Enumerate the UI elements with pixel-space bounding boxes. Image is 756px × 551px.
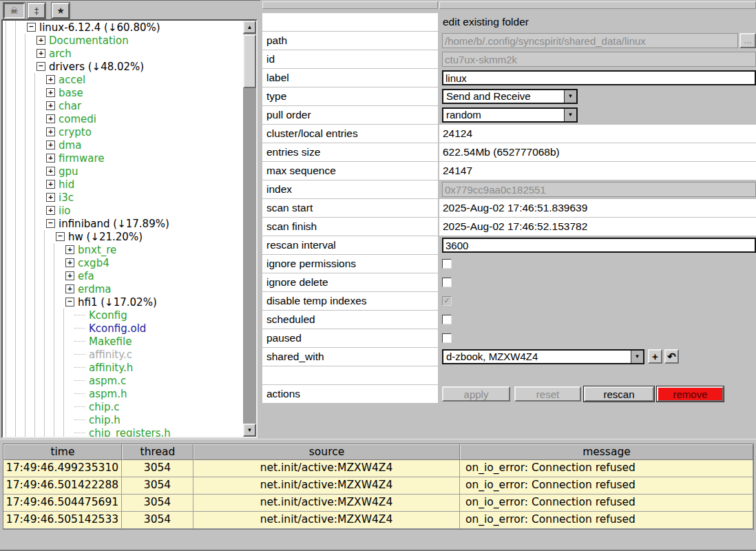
- expand-icon[interactable]: +: [65, 258, 74, 267]
- rescan-button[interactable]: rescan: [584, 386, 654, 402]
- tree-item[interactable]: −drivers (↓48.02%): [6, 60, 242, 73]
- tree-item[interactable]: −hw (↓21.20%): [6, 230, 242, 243]
- scan-finish-value: 2025-Aug-02 17:46:52.153782: [439, 218, 756, 236]
- folder-tree-panel: −linux-6.12.4 (↓60.80%) +Documentation +…: [1, 19, 258, 438]
- tree-item[interactable]: affinity.c: [6, 348, 242, 361]
- collapse-icon[interactable]: −: [56, 232, 65, 241]
- tree-item[interactable]: +Documentation: [6, 34, 242, 47]
- tree-item[interactable]: +cxgb4: [6, 256, 242, 269]
- tree-item[interactable]: +dma: [6, 138, 242, 152]
- collapse-icon[interactable]: −: [46, 219, 55, 228]
- scheduled-checkbox[interactable]: [442, 315, 452, 324]
- tree-item[interactable]: −infiniband (↓17.89%): [6, 217, 242, 230]
- paused-checkbox[interactable]: [442, 333, 452, 343]
- tree-item[interactable]: Makefile: [6, 335, 242, 348]
- tree-item[interactable]: chip.h: [6, 413, 242, 426]
- scrollbar-up-icon[interactable]: ▲: [243, 21, 256, 34]
- double-dagger-icon[interactable]: ‡: [28, 3, 45, 19]
- field-label-paused: paused: [262, 329, 438, 347]
- tree-item[interactable]: Kconfig: [6, 309, 242, 322]
- expand-icon[interactable]: +: [65, 271, 74, 280]
- tree-item-label: linux-6.12.4 (↓60.80%): [39, 21, 160, 34]
- expand-icon[interactable]: +: [46, 167, 55, 176]
- tree-indent-guides: [6, 34, 34, 47]
- expand-icon[interactable]: +: [46, 193, 55, 202]
- expand-icon[interactable]: +: [36, 36, 45, 45]
- rescan-interval-input[interactable]: [442, 238, 756, 253]
- tree-item[interactable]: +firmware: [6, 152, 242, 165]
- tree-indent-guides: [6, 73, 44, 86]
- expand-icon[interactable]: +: [46, 101, 55, 110]
- remove-button[interactable]: remove: [657, 386, 724, 402]
- expand-icon[interactable]: +: [65, 284, 74, 293]
- tree-item[interactable]: chip_registers.h: [6, 426, 242, 437]
- expand-icon[interactable]: +: [46, 180, 55, 189]
- type-select[interactable]: Send and Receive ▼: [442, 89, 578, 104]
- log-row[interactable]: 17:49:46.499235310 3054 net.init/active:…: [3, 460, 753, 477]
- undo-icon[interactable]: ↶: [664, 349, 679, 364]
- tree-item[interactable]: +crypto: [6, 125, 242, 138]
- field-label-path: path: [262, 32, 438, 50]
- pull-order-select[interactable]: random ▼: [442, 107, 578, 123]
- tree-item[interactable]: Kconfig.old: [6, 322, 242, 335]
- tree-leaf-connector: [74, 406, 85, 407]
- tree-item[interactable]: +char: [6, 99, 242, 112]
- tree-item[interactable]: +bnxt_re: [6, 243, 242, 256]
- expand-icon[interactable]: +: [46, 114, 55, 123]
- tree-item-label: Kconfig: [89, 309, 127, 322]
- tree-scrollbar[interactable]: ▲ ▼: [243, 21, 256, 437]
- tree-item[interactable]: +iio: [6, 204, 242, 217]
- expand-icon[interactable]: +: [65, 245, 74, 254]
- log-row[interactable]: 17:49:46.505142533 3054 net.init/active:…: [3, 512, 753, 529]
- tree-item[interactable]: aspm.c: [6, 374, 242, 387]
- expand-icon[interactable]: +: [36, 49, 45, 58]
- star-icon[interactable]: ★: [52, 3, 70, 19]
- field-label-pull-order: pull order: [262, 106, 438, 124]
- expand-icon[interactable]: +: [46, 141, 55, 149]
- tree-indent-guides: [6, 322, 73, 335]
- scrollbar-thumb[interactable]: [243, 34, 256, 88]
- log-cell-time: 17:49:46.501422288: [3, 477, 122, 495]
- tree-item-label: Kconfig.old: [89, 322, 146, 335]
- tree-item[interactable]: chip.c: [6, 400, 242, 413]
- form-row-scan-finish: scan finish 2025-Aug-02 17:46:52.153782: [262, 218, 756, 236]
- log-col-thread: thread: [122, 444, 193, 460]
- log-table: time thread source message 17:49:46.4992…: [3, 444, 754, 530]
- tree-item[interactable]: +i3c: [6, 191, 242, 204]
- skull-icon[interactable]: ☠: [3, 3, 25, 19]
- tree-item[interactable]: +gpu: [6, 165, 242, 178]
- expand-icon[interactable]: +: [46, 88, 55, 97]
- tree-item[interactable]: +hid: [6, 178, 242, 191]
- collapse-icon[interactable]: −: [65, 298, 74, 306]
- tree-item[interactable]: +arch: [6, 47, 242, 60]
- log-row[interactable]: 17:49:46.501422288 3054 net.init/active:…: [3, 477, 753, 495]
- tree-item[interactable]: +accel: [6, 73, 242, 86]
- collapse-icon[interactable]: −: [27, 23, 36, 32]
- tree-item[interactable]: +erdma: [6, 282, 242, 295]
- expand-icon[interactable]: +: [46, 206, 55, 215]
- tree-item-label: Documentation: [49, 34, 129, 47]
- tree-item[interactable]: affinity.h: [6, 361, 242, 374]
- field-label-ignore-delete: ignore delete: [262, 273, 438, 291]
- tree-item[interactable]: +comedi: [6, 112, 242, 125]
- chevron-down-icon: ▼: [631, 351, 643, 363]
- add-device-button[interactable]: +: [648, 349, 662, 364]
- tree-item[interactable]: +efa: [6, 269, 242, 282]
- expand-icon[interactable]: +: [46, 154, 55, 163]
- shared-with-select[interactable]: d-zbook, MZXW4Z4 ▼: [442, 349, 644, 364]
- ignore-permissions-checkbox[interactable]: [442, 259, 452, 269]
- tree-item[interactable]: −hfi1 (↓17.02%): [6, 295, 242, 309]
- form-header-strip-right: [439, 1, 756, 9]
- expand-icon[interactable]: +: [46, 75, 55, 84]
- collapse-icon[interactable]: −: [36, 62, 45, 71]
- expand-icon[interactable]: +: [46, 127, 55, 136]
- ignore-delete-checkbox[interactable]: [442, 278, 452, 287]
- log-col-time: time: [3, 444, 122, 460]
- scrollbar-down-icon[interactable]: ▼: [243, 424, 256, 437]
- log-row[interactable]: 17:49:46.504475691 3054 net.init/active:…: [3, 495, 753, 512]
- tree-item[interactable]: −linux-6.12.4 (↓60.80%): [6, 21, 242, 34]
- tree-item[interactable]: +base: [6, 86, 242, 99]
- max-sequence-value: 24147: [439, 162, 756, 180]
- label-input[interactable]: [442, 70, 756, 85]
- tree-item[interactable]: aspm.h: [6, 387, 242, 400]
